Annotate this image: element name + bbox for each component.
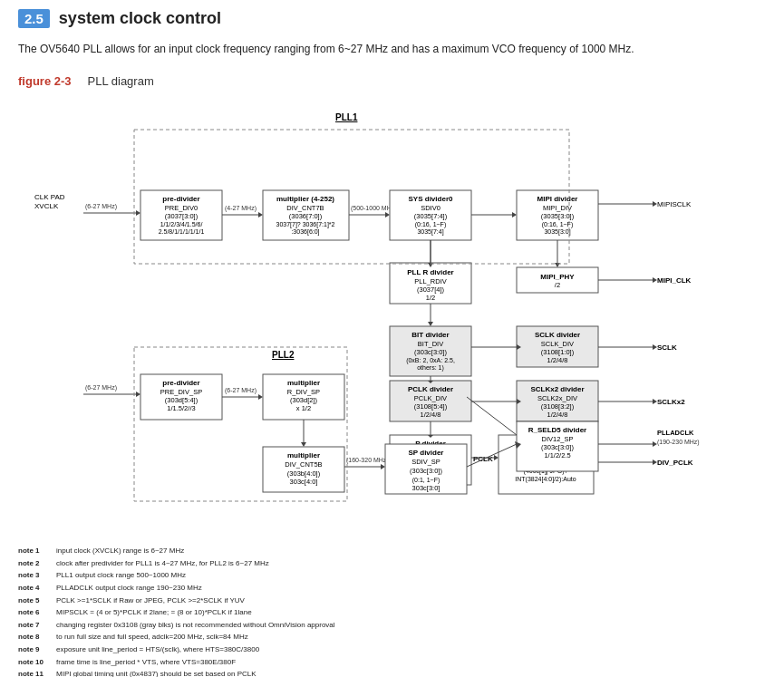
svg-text:DIV_CNT5B: DIV_CNT5B <box>285 460 322 469</box>
svg-text:MIPI_DIV: MIPI_DIV <box>543 204 572 212</box>
svg-text:(190-230 MHz): (190-230 MHz) <box>657 439 700 446</box>
note-number: note 4 <box>18 582 53 595</box>
svg-text:DIV_PCLK: DIV_PCLK <box>657 459 693 467</box>
svg-text:(3036[7:0]): (3036[7:0]) <box>289 212 323 220</box>
note-number: note 9 <box>18 643 53 656</box>
note-number: note 1 <box>18 545 53 557</box>
svg-text:SCLKx2 divider: SCLKx2 divider <box>530 385 584 393</box>
svg-text:(303d[5:4]): (303d[5:4]) <box>165 396 198 404</box>
svg-text:others: 1): others: 1) <box>417 364 444 372</box>
svg-text:BIT divider: BIT divider <box>411 331 449 339</box>
note-row: note 3PLL1 output clock range 500~1000 M… <box>18 569 766 582</box>
svg-text:1/2/4/8: 1/2/4/8 <box>547 356 568 364</box>
svg-text:INT(3824[4:0]/2):Auto: INT(3824[4:0]/2):Auto <box>515 476 576 483</box>
svg-text:SCLK divider: SCLK divider <box>535 331 580 339</box>
svg-text:PLLADCLK: PLLADCLK <box>657 429 694 437</box>
svg-text:SDIV0: SDIV0 <box>421 204 440 212</box>
svg-text:PLL1: PLL1 <box>335 112 358 122</box>
diagram-container: PLL1 CLK PAD XVCLK (6-27 MHz) pre-divide… <box>18 104 761 539</box>
svg-text:(3108[1:0]): (3108[1:0]) <box>541 348 575 356</box>
note-number: note 2 <box>18 557 53 570</box>
svg-text:multiplier: multiplier <box>287 451 320 459</box>
svg-line-156 <box>467 397 517 435</box>
svg-text:303c[4:0]: 303c[4:0] <box>290 478 318 486</box>
svg-text:SCLKx2: SCLKx2 <box>657 398 685 406</box>
svg-text:(6-27 MHz): (6-27 MHz) <box>225 387 256 394</box>
svg-text:MIPI_CLK: MIPI_CLK <box>657 276 692 285</box>
note-text: PLLADCLK output clock range 190~230 MHz <box>56 582 202 595</box>
note-row: note 1input clock (XVCLK) range is 6~27 … <box>18 545 766 557</box>
note-row: note 10frame time is line_period * VTS, … <box>18 656 766 669</box>
svg-text:SCLK: SCLK <box>657 343 677 352</box>
svg-text:(3037[3:0]): (3037[3:0]) <box>165 212 198 220</box>
svg-marker-114 <box>136 392 140 397</box>
svg-text:multiplier: multiplier <box>287 379 320 387</box>
svg-text:R_SELD5 divider: R_SELD5 divider <box>528 426 586 434</box>
svg-text:(303c[3:0]): (303c[3:0]) <box>541 443 574 451</box>
note-number: note 6 <box>18 606 53 619</box>
svg-marker-121 <box>258 394 263 400</box>
note-text: clock after predivider for PLL1 is 4~27 … <box>56 557 269 570</box>
svg-text:SP divider: SP divider <box>409 449 444 457</box>
svg-text:x 1/2: x 1/2 <box>296 404 311 412</box>
note-row: note 2clock after predivider for PLL1 is… <box>18 557 766 570</box>
svg-text:pre-divider: pre-divider <box>162 195 199 203</box>
svg-marker-101 <box>494 455 498 460</box>
note-text: changing register 0x3108 (gray blks) is … <box>56 619 335 632</box>
svg-text:PRE_DIV_SP: PRE_DIV_SP <box>160 388 202 396</box>
svg-text:SDIV_SP: SDIV_SP <box>411 458 440 466</box>
svg-marker-13 <box>258 212 263 218</box>
svg-text:BIT_DIV: BIT_DIV <box>418 340 443 348</box>
note-text: input clock (XVCLK) range is 6~27 MHz <box>56 545 184 557</box>
svg-text:PLL_RDIV: PLL_RDIV <box>414 277 446 285</box>
svg-text:1/2/4/8: 1/2/4/8 <box>547 411 568 419</box>
note-text: exposure unit line_period = HTS/(sclk), … <box>56 643 259 656</box>
note-number: note 5 <box>18 595 53 607</box>
svg-text:(160-320 MHz): (160-320 MHz) <box>346 457 389 464</box>
svg-text:PCLK divider: PCLK divider <box>408 385 453 393</box>
svg-text:(3108[5:4]): (3108[5:4]) <box>414 402 448 411</box>
intro-text: The OV5640 PLL allows for an input clock… <box>18 41 761 58</box>
note-number: note 8 <box>18 631 53 643</box>
pll-diagram: PLL1 CLK PAD XVCLK (6-27 MHz) pre-divide… <box>18 104 761 539</box>
svg-text:PCLK_DIV: PCLK_DIV <box>414 394 447 402</box>
svg-marker-129 <box>301 442 306 447</box>
svg-marker-136 <box>381 464 385 469</box>
svg-text:1/1.5/2//3: 1/1.5/2//3 <box>167 404 195 412</box>
svg-text:R_DIV_SP: R_DIV_SP <box>287 388 320 396</box>
svg-text:(0:16, 1~F): (0:16, 1~F) <box>542 221 573 228</box>
svg-text:PRE_DIV0: PRE_DIV0 <box>165 204 198 212</box>
svg-text:(0:1, 1~F): (0:1, 1~F) <box>412 477 440 484</box>
svg-marker-31 <box>512 212 517 218</box>
note-row: note 8to run full size and full speed, a… <box>18 631 766 643</box>
svg-text:(303b[4:0]): (303b[4:0]) <box>287 469 321 478</box>
note-row: note 6MIPSCLK = (4 or 5)*PCLK if 2lane; … <box>18 606 766 619</box>
svg-text:DIV_CNT7B: DIV_CNT7B <box>286 204 324 212</box>
svg-text:(303c[3:0]): (303c[3:0]) <box>410 467 442 475</box>
svg-marker-4 <box>136 210 140 216</box>
note-text: MIPSCLK = (4 or 5)*PCLK if 2lane; = (8 o… <box>56 606 252 619</box>
note-number: note 10 <box>18 656 53 669</box>
figure-label: figure 2-3 <box>18 74 72 88</box>
note-number: note 7 <box>18 619 53 632</box>
svg-text:(0:16, 1~F): (0:16, 1~F) <box>415 221 446 228</box>
section-header: 2.5 system clock control <box>18 9 766 28</box>
svg-text:DIV12_SP: DIV12_SP <box>541 435 573 443</box>
svg-marker-22 <box>385 212 390 218</box>
note-row: note 4PLLADCLK output clock range 190~23… <box>18 582 766 595</box>
svg-text:MIPI divider: MIPI divider <box>537 195 578 203</box>
section-number: 2.5 <box>18 9 50 28</box>
svg-text:1/1/2/2.5: 1/1/2/2.5 <box>544 451 570 459</box>
svg-text:1/2: 1/2 <box>426 294 435 302</box>
svg-text:3035[7:4]: 3035[7:4] <box>417 228 443 236</box>
note-number: note 3 <box>18 569 53 582</box>
svg-text:(303c[3:0]): (303c[3:0]) <box>414 348 447 356</box>
svg-text:SCLK2x_DIV: SCLK2x_DIV <box>537 394 577 402</box>
svg-text:(3108[3:2]): (3108[3:2]) <box>541 402 575 411</box>
svg-text:1/1/2/3/4/1.5/6/: 1/1/2/3/4/1.5/6/ <box>160 221 203 227</box>
note-text: PLL1 output clock range 500~1000 MHz <box>56 569 186 582</box>
svg-text:XVCLK: XVCLK <box>34 202 59 210</box>
svg-text:(3037[4]): (3037[4]) <box>417 285 445 294</box>
note-text: to run full size and full speed, adclk=2… <box>56 631 248 643</box>
note-text: frame time is line_period * VTS, where V… <box>56 656 236 669</box>
